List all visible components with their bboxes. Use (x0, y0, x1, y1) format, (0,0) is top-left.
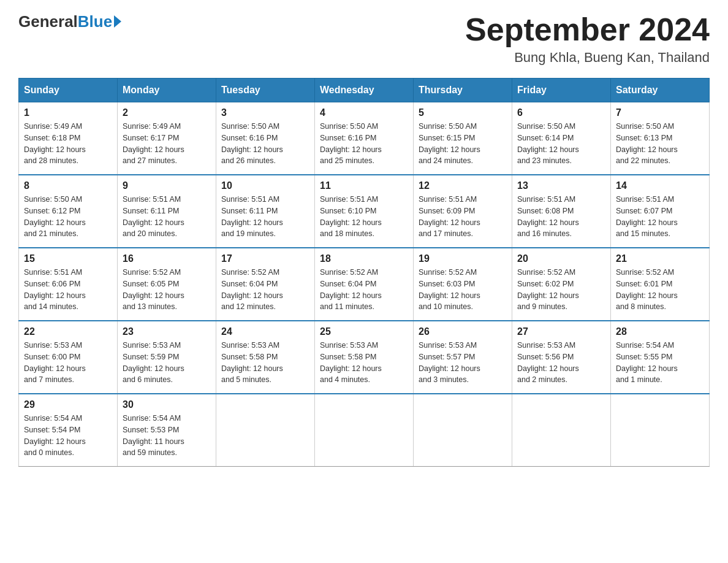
calendar-cell: 20Sunrise: 5:52 AMSunset: 6:02 PMDayligh… (512, 248, 611, 321)
day-info: Sunrise: 5:52 AMSunset: 6:04 PMDaylight:… (320, 267, 408, 313)
calendar-cell: 26Sunrise: 5:53 AMSunset: 5:57 PMDayligh… (414, 321, 512, 394)
day-info: Sunrise: 5:53 AMSunset: 5:57 PMDaylight:… (419, 340, 507, 386)
day-number: 19 (419, 253, 507, 264)
day-number: 9 (123, 180, 211, 191)
day-number: 11 (320, 180, 408, 191)
calendar-cell: 4Sunrise: 5:50 AMSunset: 6:16 PMDaylight… (315, 102, 414, 175)
calendar-table: SundayMondayTuesdayWednesdayThursdayFrid… (18, 78, 710, 467)
calendar-header-wednesday: Wednesday (315, 79, 414, 102)
calendar-header-monday: Monday (118, 79, 216, 102)
calendar-cell: 15Sunrise: 5:51 AMSunset: 6:06 PMDayligh… (19, 248, 118, 321)
day-info: Sunrise: 5:50 AMSunset: 6:16 PMDaylight:… (221, 121, 309, 167)
header: General Blue September 2024 Bung Khla, B… (18, 12, 710, 66)
day-number: 10 (221, 180, 309, 191)
calendar-cell: 24Sunrise: 5:53 AMSunset: 5:58 PMDayligh… (216, 321, 315, 394)
calendar-header-saturday: Saturday (611, 79, 710, 102)
day-number: 25 (320, 326, 408, 337)
day-number: 14 (616, 180, 704, 191)
day-info: Sunrise: 5:51 AMSunset: 6:06 PMDaylight:… (24, 267, 112, 313)
day-info: Sunrise: 5:51 AMSunset: 6:07 PMDaylight:… (616, 194, 704, 240)
calendar-cell: 12Sunrise: 5:51 AMSunset: 6:09 PMDayligh… (414, 175, 512, 248)
calendar-cell: 28Sunrise: 5:54 AMSunset: 5:55 PMDayligh… (611, 321, 710, 394)
logo: General Blue (18, 12, 121, 31)
calendar-cell: 23Sunrise: 5:53 AMSunset: 5:59 PMDayligh… (118, 321, 216, 394)
day-number: 26 (419, 326, 507, 337)
day-info: Sunrise: 5:54 AMSunset: 5:54 PMDaylight:… (24, 413, 112, 459)
calendar-cell: 27Sunrise: 5:53 AMSunset: 5:56 PMDayligh… (512, 321, 611, 394)
day-number: 2 (123, 107, 211, 118)
day-info: Sunrise: 5:51 AMSunset: 6:09 PMDaylight:… (419, 194, 507, 240)
calendar-header-friday: Friday (512, 79, 611, 102)
calendar-cell: 7Sunrise: 5:50 AMSunset: 6:13 PMDaylight… (611, 102, 710, 175)
day-number: 8 (24, 180, 112, 191)
calendar-cell: 2Sunrise: 5:49 AMSunset: 6:17 PMDaylight… (118, 102, 216, 175)
day-number: 28 (616, 326, 704, 337)
day-info: Sunrise: 5:53 AMSunset: 5:56 PMDaylight:… (517, 340, 605, 386)
day-info: Sunrise: 5:50 AMSunset: 6:13 PMDaylight:… (616, 121, 704, 167)
day-info: Sunrise: 5:52 AMSunset: 6:02 PMDaylight:… (517, 267, 605, 313)
day-info: Sunrise: 5:52 AMSunset: 6:03 PMDaylight:… (419, 267, 507, 313)
day-info: Sunrise: 5:50 AMSunset: 6:16 PMDaylight:… (320, 121, 408, 167)
day-info: Sunrise: 5:50 AMSunset: 6:12 PMDaylight:… (24, 194, 112, 240)
day-number: 22 (24, 326, 112, 337)
day-number: 1 (24, 107, 112, 118)
day-number: 23 (123, 326, 211, 337)
calendar-cell: 25Sunrise: 5:53 AMSunset: 5:58 PMDayligh… (315, 321, 414, 394)
day-number: 21 (616, 253, 704, 264)
calendar-cell (512, 394, 611, 467)
day-number: 27 (517, 326, 605, 337)
day-number: 29 (24, 399, 112, 410)
day-number: 12 (419, 180, 507, 191)
day-info: Sunrise: 5:49 AMSunset: 6:18 PMDaylight:… (24, 121, 112, 167)
calendar-cell: 9Sunrise: 5:51 AMSunset: 6:11 PMDaylight… (118, 175, 216, 248)
logo-triangle-icon (114, 15, 121, 28)
calendar-cell: 5Sunrise: 5:50 AMSunset: 6:15 PMDaylight… (414, 102, 512, 175)
day-number: 16 (123, 253, 211, 264)
day-number: 3 (221, 107, 309, 118)
day-number: 15 (24, 253, 112, 264)
calendar-cell: 13Sunrise: 5:51 AMSunset: 6:08 PMDayligh… (512, 175, 611, 248)
calendar-cell: 30Sunrise: 5:54 AMSunset: 5:53 PMDayligh… (118, 394, 216, 467)
calendar-header-tuesday: Tuesday (216, 79, 315, 102)
calendar-header-thursday: Thursday (414, 79, 512, 102)
month-title: September 2024 (465, 12, 710, 47)
calendar-cell (414, 394, 512, 467)
day-info: Sunrise: 5:54 AMSunset: 5:53 PMDaylight:… (123, 413, 211, 459)
calendar-cell: 14Sunrise: 5:51 AMSunset: 6:07 PMDayligh… (611, 175, 710, 248)
day-number: 4 (320, 107, 408, 118)
logo-general-text: General (18, 12, 78, 31)
calendar-cell: 6Sunrise: 5:50 AMSunset: 6:14 PMDaylight… (512, 102, 611, 175)
day-info: Sunrise: 5:52 AMSunset: 6:05 PMDaylight:… (123, 267, 211, 313)
day-number: 5 (419, 107, 507, 118)
day-info: Sunrise: 5:51 AMSunset: 6:11 PMDaylight:… (123, 194, 211, 240)
title-area: September 2024 Bung Khla, Bueng Kan, Tha… (465, 12, 710, 66)
calendar-cell: 18Sunrise: 5:52 AMSunset: 6:04 PMDayligh… (315, 248, 414, 321)
calendar-cell: 17Sunrise: 5:52 AMSunset: 6:04 PMDayligh… (216, 248, 315, 321)
day-info: Sunrise: 5:53 AMSunset: 6:00 PMDaylight:… (24, 340, 112, 386)
day-info: Sunrise: 5:50 AMSunset: 6:15 PMDaylight:… (419, 121, 507, 167)
calendar-header-row: SundayMondayTuesdayWednesdayThursdayFrid… (19, 79, 710, 102)
calendar-cell: 21Sunrise: 5:52 AMSunset: 6:01 PMDayligh… (611, 248, 710, 321)
calendar-cell (611, 394, 710, 467)
day-number: 18 (320, 253, 408, 264)
calendar-cell: 11Sunrise: 5:51 AMSunset: 6:10 PMDayligh… (315, 175, 414, 248)
day-info: Sunrise: 5:53 AMSunset: 5:59 PMDaylight:… (123, 340, 211, 386)
day-info: Sunrise: 5:51 AMSunset: 6:11 PMDaylight:… (221, 194, 309, 240)
calendar-cell: 22Sunrise: 5:53 AMSunset: 6:00 PMDayligh… (19, 321, 118, 394)
logo-blue-part: Blue (78, 12, 121, 31)
day-info: Sunrise: 5:52 AMSunset: 6:04 PMDaylight:… (221, 267, 309, 313)
calendar-week-row: 29Sunrise: 5:54 AMSunset: 5:54 PMDayligh… (19, 394, 710, 467)
calendar-cell: 1Sunrise: 5:49 AMSunset: 6:18 PMDaylight… (19, 102, 118, 175)
day-info: Sunrise: 5:51 AMSunset: 6:08 PMDaylight:… (517, 194, 605, 240)
day-number: 6 (517, 107, 605, 118)
calendar-week-row: 15Sunrise: 5:51 AMSunset: 6:06 PMDayligh… (19, 248, 710, 321)
calendar-cell: 8Sunrise: 5:50 AMSunset: 6:12 PMDaylight… (19, 175, 118, 248)
calendar-cell: 19Sunrise: 5:52 AMSunset: 6:03 PMDayligh… (414, 248, 512, 321)
day-info: Sunrise: 5:49 AMSunset: 6:17 PMDaylight:… (123, 121, 211, 167)
calendar-cell: 16Sunrise: 5:52 AMSunset: 6:05 PMDayligh… (118, 248, 216, 321)
calendar-cell: 3Sunrise: 5:50 AMSunset: 6:16 PMDaylight… (216, 102, 315, 175)
calendar-cell: 29Sunrise: 5:54 AMSunset: 5:54 PMDayligh… (19, 394, 118, 467)
day-number: 20 (517, 253, 605, 264)
calendar-week-row: 1Sunrise: 5:49 AMSunset: 6:18 PMDaylight… (19, 102, 710, 175)
calendar-cell (216, 394, 315, 467)
